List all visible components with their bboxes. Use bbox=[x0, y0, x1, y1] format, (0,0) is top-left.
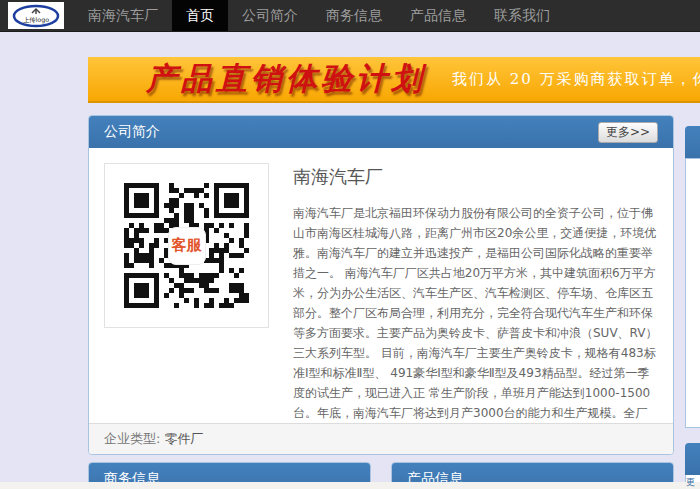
nav-item-home[interactable]: 首页 bbox=[172, 0, 228, 31]
company-text-block: 南海汽车厂 南海汽车厂是北京福田环保动力股份有限公司的全资子公司，位于佛山市南海… bbox=[293, 163, 658, 408]
nav-item-company-intro[interactable]: 公司简介 bbox=[228, 0, 312, 31]
bottom-strip bbox=[0, 482, 700, 489]
company-name: 南海汽车厂 bbox=[293, 165, 658, 189]
site-logo[interactable]: 上传logo bbox=[8, 2, 64, 29]
company-intro-panel: 公司简介 更多>> 客服 南海汽车厂 南海汽车厂是北京福田环保动力股份有限公司的… bbox=[88, 115, 674, 455]
promo-banner[interactable]: 产品直销体验计划 我们从 20 万采购商获取订单，你们 bbox=[88, 57, 700, 103]
panel-title: 公司简介 bbox=[104, 123, 598, 141]
company-intro-body: 客服 南海汽车厂 南海汽车厂是北京福田环保动力股份有限公司的全资子公司，位于佛山… bbox=[89, 148, 673, 423]
sidebar-panel-body bbox=[685, 158, 700, 428]
sidebar-panel2-header bbox=[685, 443, 700, 475]
company-type-label: 企业类型: bbox=[104, 430, 160, 448]
sidebar-panel-header bbox=[685, 126, 700, 158]
banner-subtext: 我们从 20 万采购商获取订单，你们 bbox=[452, 70, 700, 89]
nav-item-contact[interactable]: 联系我们 bbox=[480, 0, 564, 31]
page: 上传logo 南海汽车厂 首页 公司简介 商务信息 产品信息 联系我们 产品直销… bbox=[0, 0, 700, 489]
nav-item-business-info[interactable]: 商务信息 bbox=[312, 0, 396, 31]
more-button[interactable]: 更多>> bbox=[598, 122, 658, 143]
qr-code-image: 客服 bbox=[104, 163, 269, 328]
company-description: 南海汽车厂是北京福田环保动力股份有限公司的全资子公司，位于佛山市南海区桂城海八路… bbox=[293, 203, 658, 423]
qr-center-logo: 客服 bbox=[168, 227, 206, 265]
company-type-bar: 企业类型: 零件厂 bbox=[89, 423, 673, 454]
company-type-value: 零件厂 bbox=[164, 430, 203, 448]
banner-headline: 产品直销体验计划 bbox=[146, 58, 426, 100]
company-intro-header: 公司简介 更多>> bbox=[89, 116, 673, 148]
sidebar-more-link[interactable]: 更多 bbox=[686, 476, 700, 489]
logo-label: 上传logo bbox=[11, 16, 61, 25]
top-nav: 上传logo 南海汽车厂 首页 公司简介 商务信息 产品信息 联系我们 bbox=[0, 0, 700, 32]
nav-item-brand[interactable]: 南海汽车厂 bbox=[74, 0, 172, 31]
nav-item-product-info[interactable]: 产品信息 bbox=[396, 0, 480, 31]
